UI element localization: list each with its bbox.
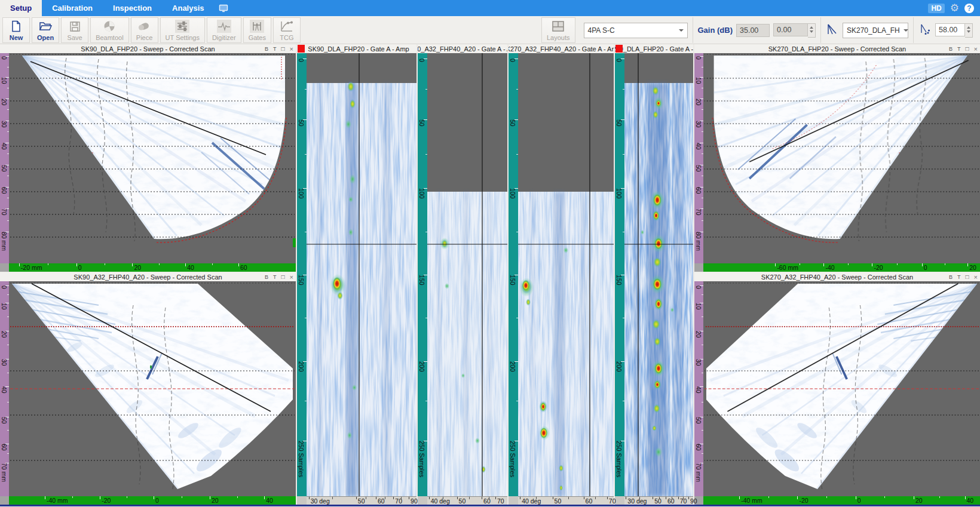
panel-title-bar[interactable]: SK270_DLA_FHP20 - Sweep - Corrected Scan… [694,44,980,53]
digitizer-button[interactable]: Digitizer [207,17,241,43]
panel-sk270-a32-gate: SK270_A32_FHP40_A20 - Gate A - Amp 05010… [509,44,614,505]
new-button[interactable]: New [2,17,30,43]
beam-set-icon [826,23,839,38]
panel-title-bar[interactable]: SK270_A32_FHP40_A20 - Sweep - Corrected … [694,272,980,281]
display-monitor-icon[interactable] [218,0,229,16]
angle-input[interactable]: 58.00 [935,23,965,36]
sector-scan-image [703,281,980,496]
tab-setup[interactable]: Setup [0,0,42,16]
gain-input[interactable]: 35.00 [736,24,770,37]
angle-ruler: 30 deg50607090 [624,496,693,505]
gates-button[interactable]: Gates [243,17,271,43]
gate-cscan-view[interactable] [307,53,416,496]
settings-gear-icon[interactable]: ⚙ [950,3,959,13]
tab-inspection[interactable]: Inspection [103,0,162,16]
sector-scan-view[interactable] [703,53,980,263]
panel-title: SK270_DLA_FHP20 - Gate A - Amp [615,45,693,53]
scan-axis-ruler: -20 mm0204060 [9,263,296,272]
samples-ruler: 050100150200250 Samples [615,53,624,496]
depth-ruler: 01020304050607080 mm [694,53,703,263]
maximize-button[interactable]: □ [966,46,969,52]
beamtool-button[interactable]: Beamtool [90,17,128,43]
t-scan-button[interactable]: T [273,274,277,280]
panel-title-bar[interactable]: SK90_DLA_FHP20 - Gate A - Amp [297,44,416,53]
chevron-down-icon [679,29,684,34]
ruler-corner [418,496,427,505]
layout-preset-select[interactable]: 4PA S-C [584,23,688,38]
scan-axis-ruler: -40 mm-2002040 [703,496,980,505]
samples-ruler: 050100150200250 Samples [509,53,518,496]
panel-title: SK90_A32_FHP40_A20 - Sweep - Corrected S… [74,274,222,281]
probe-select[interactable]: SK270_DLA_FH [843,23,908,38]
b-scan-button[interactable]: B [949,46,953,52]
ruler-corner [297,496,307,505]
depth-ruler: 01020304050607080 mm [0,53,9,263]
panel-title-bar[interactable]: SK90_A32_FHP40_A20 - Sweep - Corrected S… [0,272,296,281]
piece-cylinder-icon [137,20,152,33]
panel-title-bar[interactable]: SK90_A32_FHP40_A20 - Gate A - Amp [418,44,507,53]
gate-alarm-indicator [615,45,623,53]
maximize-button[interactable]: □ [281,46,285,52]
gate-cscan-view[interactable] [624,53,693,496]
angle-spinner[interactable] [965,23,973,38]
angle-ruler: 30 deg50607090 [307,496,416,505]
help-icon[interactable]: ? [964,4,974,13]
ut-settings-sliders-icon [175,20,189,33]
window-border [0,505,980,506]
gain-offset-input[interactable]: 0.00 [773,23,808,36]
save-button[interactable]: Save [61,17,88,43]
piece-button[interactable]: Piece [131,17,158,43]
sector-scan-view[interactable] [703,281,980,496]
b-scan-button[interactable]: B [949,274,953,280]
gate-cscan-view[interactable] [518,53,614,496]
tab-calibration[interactable]: Calibration [42,0,103,16]
menu-bar: Setup Calibration Inspection Analysis HD… [0,0,980,16]
panel-title: SK270_DLA_FHP20 - Sweep - Corrected Scan [768,45,906,53]
panel-title-bar[interactable]: SK270_A32_FHP40_A20 - Gate A - Amp [509,44,614,53]
b-scan-button[interactable]: B [265,46,268,52]
depth-ruler: 010203040506070 mm [0,281,9,496]
panel-title-bar[interactable]: SK90_DLA_FHP20 - Sweep - Corrected Scan … [0,44,296,53]
gate-cscan-image [427,53,507,496]
workspace: SK90_DLA_FHP20 - Sweep - Corrected Scan … [0,44,980,505]
gate-cscan-image [624,53,693,496]
layouts-button[interactable]: Layouts [541,17,575,43]
beamtool-icon [102,20,117,33]
scan-axis-ruler: -40 mm-2002040 [9,496,296,505]
close-button[interactable]: × [290,46,293,52]
sector-scan-view[interactable] [9,281,296,496]
ruler-corner [509,496,518,505]
ut-settings-button[interactable]: UT Settings [160,17,205,43]
maximize-button[interactable]: □ [966,274,969,280]
tab-analysis[interactable]: Analysis [162,0,214,16]
panel-sk270-dla-sweep: SK270_DLA_FHP20 - Sweep - Corrected Scan… [694,44,980,272]
close-button[interactable]: × [290,274,293,280]
gain-spinner[interactable] [808,23,816,38]
t-scan-button[interactable]: T [957,274,961,280]
panel-sk90-dla-sweep: SK90_DLA_FHP20 - Sweep - Corrected Scan … [0,44,296,272]
panel-title-bar[interactable]: SK270_DLA_FHP20 - Gate A - Amp [615,44,693,53]
close-button[interactable]: × [974,46,978,52]
open-folder-icon [38,20,53,33]
ruler-corner [615,496,624,505]
sector-scan-view[interactable] [9,53,296,263]
sector-scan-image [9,281,296,496]
panel-title: SK90_DLA_FHP20 - Sweep - Corrected Scan [81,45,215,53]
layouts-grid-icon [551,20,565,33]
t-scan-button[interactable]: T [957,46,961,52]
maximize-button[interactable]: □ [281,274,285,280]
tcg-button[interactable]: TCG [273,17,301,43]
hd-badge: HD [928,4,944,13]
sector-scan-image [703,53,980,263]
close-button[interactable]: × [974,274,978,280]
t-scan-button[interactable]: T [273,46,277,52]
b-scan-button[interactable]: B [265,274,268,280]
gain-label: Gain (dB) [698,26,733,35]
panel-sk90-a32-sweep: SK90_A32_FHP40_A20 - Sweep - Corrected S… [0,272,296,505]
save-floppy-icon [68,20,82,33]
gate-cscan-view[interactable] [427,53,507,496]
angle-ruler: 40 deg506070 [427,496,507,505]
ruler-corner [0,496,9,505]
open-button[interactable]: Open [32,17,59,43]
gate-cscan-image [518,53,614,496]
